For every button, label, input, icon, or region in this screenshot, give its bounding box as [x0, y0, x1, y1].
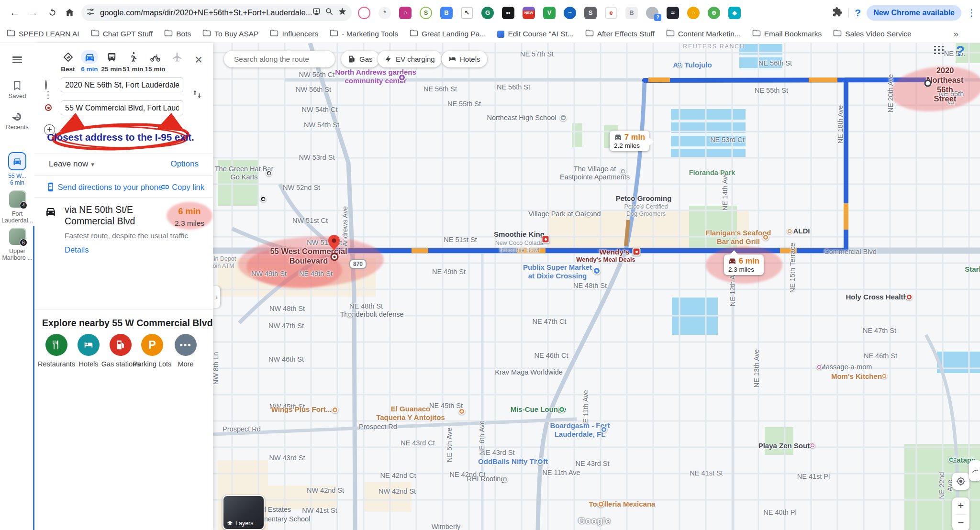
- forward-icon[interactable]: →: [25, 4, 41, 21]
- instagram-icon[interactable]: ○: [399, 7, 412, 19]
- v-green-icon[interactable]: V: [543, 7, 556, 19]
- map-poi-icon[interactable]: [598, 501, 604, 508]
- travel-mode-walk[interactable]: 51 min: [122, 52, 144, 73]
- filter-gas[interactable]: Gas: [341, 51, 379, 67]
- dial-gray-icon[interactable]: *: [379, 7, 391, 19]
- map-poi-icon[interactable]: [332, 407, 338, 413]
- map-poi-icon[interactable]: [810, 442, 815, 448]
- active-trip-label[interactable]: 55 W...6 min: [0, 173, 34, 187]
- map-poi-icon[interactable]: [266, 170, 272, 177]
- bookmark-item[interactable]: After Effects Stuff: [585, 29, 655, 39]
- bookmark-item[interactable]: Email Bookmarks: [752, 29, 822, 39]
- menu-icon[interactable]: [12, 56, 22, 63]
- chat-pink-icon[interactable]: [358, 7, 370, 19]
- map-poi-icon[interactable]: [620, 168, 626, 175]
- map-poi-icon[interactable]: [633, 248, 641, 256]
- origin-input[interactable]: [61, 77, 183, 92]
- alternate-time-badge[interactable]: 7 min 2.2 miles: [610, 131, 649, 151]
- place-label[interactable]: UpperMarlboro ...: [0, 248, 34, 262]
- leave-now-dropdown[interactable]: Leave now▾: [49, 159, 94, 169]
- install-icon[interactable]: [312, 7, 321, 18]
- extensions-puzzle-icon[interactable]: [832, 7, 843, 19]
- search-along-route[interactable]: [224, 51, 335, 67]
- send-to-phone-link[interactable]: Send directions to your phone: [46, 182, 163, 192]
- b-light-icon[interactable]: B: [625, 7, 638, 19]
- bookmark-item[interactable]: Influencers: [270, 29, 318, 39]
- site-info-icon[interactable]: [86, 7, 95, 18]
- travel-mode-transit[interactable]: 25 min: [101, 52, 122, 73]
- map-poi-icon[interactable]: [537, 458, 544, 465]
- sidebar-item-saved[interactable]: Saved: [0, 80, 34, 99]
- route-result-card[interactable]: via NE 50th St/E Commercial Blvd 6 min 2…: [34, 198, 213, 259]
- map-poi-icon[interactable]: [906, 294, 913, 300]
- map-canvas[interactable]: NW 56th CtNW 56th StNE 56th StNE 56th St…: [213, 43, 980, 530]
- close-directions-icon[interactable]: ×: [195, 54, 202, 66]
- bookmark-item[interactable]: Great Landing Pa...: [410, 29, 486, 39]
- map-poi-icon[interactable]: [458, 408, 465, 415]
- script-red-icon[interactable]: e: [605, 7, 617, 19]
- search-input[interactable]: [234, 55, 330, 64]
- search-lens-icon[interactable]: [325, 7, 334, 18]
- place-thumbnail[interactable]: 4: [9, 191, 25, 208]
- map-poi-icon[interactable]: [601, 426, 607, 433]
- map-poi-icon[interactable]: [560, 114, 567, 121]
- grammarly-icon[interactable]: G: [481, 7, 494, 19]
- travel-mode-best[interactable]: Best: [57, 52, 78, 73]
- zoom-out-button[interactable]: −: [952, 515, 969, 530]
- map-poi-icon[interactable]: [881, 373, 887, 379]
- bookmark-star-icon[interactable]: [338, 7, 347, 18]
- copy-link-button[interactable]: Copy link: [160, 182, 204, 192]
- home-icon[interactable]: [61, 4, 78, 21]
- layers-control[interactable]: Layers: [223, 495, 265, 530]
- rail-scrollbar[interactable]: [33, 226, 34, 530]
- travel-mode-drive[interactable]: 6 min: [79, 52, 100, 73]
- map-poi-icon[interactable]: [502, 476, 508, 483]
- my-location-button[interactable]: [952, 473, 969, 490]
- bookmark-item[interactable]: Bots: [164, 29, 191, 39]
- help-icon[interactable]: ?: [855, 7, 861, 19]
- active-trip-tile[interactable]: [8, 152, 26, 170]
- bookmark-item[interactable]: SPEED LEARN AI: [7, 29, 79, 39]
- cursor-icon[interactable]: ↖: [461, 7, 473, 19]
- update-chrome-button[interactable]: New Chrome available: [867, 5, 961, 21]
- collapse-panel-icon[interactable]: ‹: [213, 286, 220, 308]
- swap-icon[interactable]: [192, 89, 202, 101]
- new-red-icon[interactable]: NEW: [523, 7, 535, 19]
- bookmark-item[interactable]: Chat GPT Stuff: [91, 29, 153, 39]
- bookmark-item[interactable]: Edit Course "AI St...: [497, 30, 573, 38]
- zoom-in-button[interactable]: +: [952, 497, 969, 514]
- travel-mode-bike[interactable]: 15 min: [145, 52, 166, 73]
- s-gray-icon[interactable]: S: [584, 7, 597, 19]
- map-poi-icon[interactable]: [347, 312, 353, 318]
- travel-mode-plane[interactable]: [167, 52, 188, 66]
- route-time-badge[interactable]: 6 min 2.3 miles: [724, 254, 764, 275]
- explore-more[interactable]: •••More: [165, 334, 207, 368]
- map-poi-icon[interactable]: [677, 62, 682, 67]
- b-blue-icon[interactable]: B: [440, 7, 453, 19]
- map-poi-icon[interactable]: [816, 364, 822, 370]
- bookmark-item[interactable]: - Marketing Tools: [330, 29, 398, 39]
- filter-ev-charging[interactable]: EV charging: [378, 51, 442, 67]
- map-poi-icon[interactable]: [593, 267, 601, 275]
- place-thumbnail[interactable]: 6: [9, 229, 25, 245]
- map-poi-icon[interactable]: [260, 196, 267, 202]
- map-poi-icon[interactable]: [586, 211, 592, 217]
- place-label[interactable]: FortLauderdal...: [0, 210, 34, 224]
- bookmark-item[interactable]: To Buy ASAP: [202, 29, 258, 39]
- destination-input[interactable]: [61, 100, 183, 115]
- map-poi-icon[interactable]: [787, 228, 792, 234]
- address-bar[interactable]: google.com/maps/dir/2020+NE+56th+St,+For…: [81, 4, 352, 21]
- globe-icon[interactable]: ⊕: [708, 7, 720, 19]
- waves-dark-icon[interactable]: ≈: [667, 7, 679, 19]
- imagery-toggle[interactable]: [969, 460, 980, 481]
- map-poi-icon[interactable]: [948, 457, 955, 463]
- sidebar-item-recents[interactable]: Recents: [0, 111, 34, 131]
- browser-menu-icon[interactable]: ⋮: [967, 7, 976, 18]
- grid-menu-icon[interactable]: [933, 45, 945, 55]
- bookmark-item[interactable]: Content Marketin...: [666, 29, 741, 39]
- filter-hotels[interactable]: Hotels: [442, 51, 487, 67]
- map-poi-icon[interactable]: [398, 74, 406, 81]
- map-poi-icon[interactable]: [558, 406, 565, 413]
- route-details-link[interactable]: Details: [65, 245, 89, 254]
- bookmarks-overflow-icon[interactable]: »: [953, 29, 958, 39]
